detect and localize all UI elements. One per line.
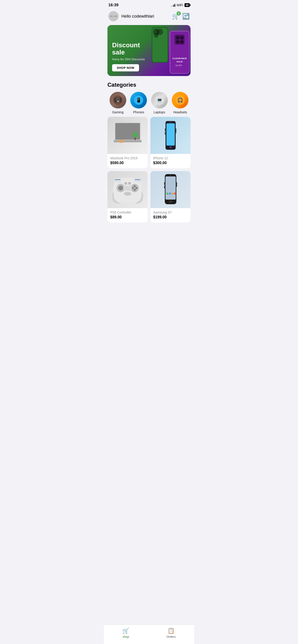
phones-icon-circle: 📱 [130, 92, 147, 108]
shop-icon: 🛒 [122, 628, 129, 634]
svg-point-43 [133, 185, 136, 187]
svg-rect-58 [166, 193, 168, 194]
avatar: 40 x 40 [108, 11, 119, 21]
gaming-icon-circle: 🖥️ [110, 92, 126, 108]
samsung-product-info: Samsung S7 $199.00 [150, 208, 191, 222]
wifi-icon: WiFi [177, 3, 183, 7]
svg-rect-66 [164, 186, 165, 188]
orders-label: Orders [166, 635, 176, 638]
macbook-product-image [107, 117, 148, 154]
phones-image: 📱 [134, 96, 143, 105]
svg-text:💻: 💻 [156, 97, 162, 103]
category-laptops[interactable]: 💻 Laptops [151, 92, 168, 114]
cart-button[interactable]: 🛒 0 [172, 13, 179, 20]
svg-point-46 [133, 189, 136, 191]
laptops-label: Laptops [154, 110, 165, 114]
category-gaming[interactable]: 🖥️ Gaming [110, 92, 126, 114]
svg-rect-59 [169, 193, 171, 194]
header: 40 x 40 Hello codewithlari 🛒 0 ↪️ [104, 9, 194, 25]
headsets-icon-circle: 🎧 [172, 92, 188, 108]
iphone-product-info: iPhone 12 $300.00 [150, 154, 191, 168]
banner-content: Discountsale Hurry for 25% Discounts SHO… [107, 37, 149, 76]
categories-section: Categories 🖥️ Gaming 📱 [104, 76, 194, 117]
svg-point-54 [128, 182, 131, 185]
svg-rect-37 [165, 128, 165, 131]
macbook-product-price: $590.00 [110, 161, 145, 165]
svg-rect-41 [118, 186, 123, 190]
svg-rect-49 [114, 178, 121, 182]
controller-product-name: PS5 Controller [110, 210, 145, 214]
orders-icon: 📋 [168, 628, 175, 634]
category-phones[interactable]: 📱 Phones [130, 92, 147, 114]
controller-product-image [107, 171, 148, 208]
svg-rect-35 [169, 122, 172, 123]
gaming-label: Gaming [112, 110, 123, 114]
header-right: 🛒 0 ↪️ [172, 13, 190, 20]
headsets-label: Headsets [173, 110, 187, 114]
svg-point-12 [180, 40, 184, 44]
status-time: 16:39 [108, 3, 118, 8]
samsung-product-price: $199.00 [153, 215, 188, 219]
svg-rect-36 [176, 128, 176, 133]
svg-text:📱: 📱 [136, 97, 142, 103]
product-macbook-pro[interactable]: Macbook Pro 2019 $590.00 [107, 117, 148, 168]
banner-subtitle: Hurry for 25% Discounts [112, 58, 145, 61]
greeting-text: Hello codewithlari [121, 14, 154, 19]
svg-text:🖥️: 🖥️ [116, 98, 120, 102]
svg-rect-57 [165, 176, 176, 200]
shop-now-button[interactable]: SHOP NOW [112, 64, 139, 72]
iphone-product-name: iPhone 12 [153, 156, 188, 160]
svg-point-44 [132, 187, 134, 189]
svg-text:Up 500: Up 500 [175, 64, 182, 66]
svg-point-48 [124, 192, 131, 196]
svg-point-62 [170, 175, 171, 176]
svg-rect-50 [134, 178, 141, 182]
iphone-product-price: $300.00 [153, 161, 188, 165]
header-left: 40 x 40 Hello codewithlari [108, 11, 154, 21]
signal-icon [171, 4, 175, 7]
shop-label: shop [123, 635, 129, 638]
category-headsets[interactable]: 🎧 Headsets [172, 92, 188, 114]
svg-point-28 [118, 140, 125, 143]
bottom-navigation: 🛒 shop 📋 Orders [104, 624, 194, 644]
nav-shop[interactable]: 🛒 shop [122, 628, 129, 638]
svg-point-10 [180, 36, 184, 40]
samsung-product-image [150, 171, 191, 208]
phones-illustration: CLEARANCE SALE Up 500 [145, 25, 191, 76]
status-bar: 16:39 WiFi 48 [104, 0, 194, 9]
svg-rect-65 [164, 182, 165, 185]
logout-button[interactable]: ↪️ [182, 13, 190, 20]
svg-rect-52 [135, 180, 140, 180]
product-samsung-s7[interactable]: Samsung S7 $199.00 [150, 171, 191, 222]
svg-text:SALE: SALE [177, 60, 183, 63]
svg-point-53 [124, 182, 127, 185]
categories-title: Categories [107, 82, 191, 88]
samsung-svg [161, 173, 180, 206]
svg-rect-51 [115, 180, 120, 180]
status-icons: WiFi 48 [171, 3, 190, 7]
banner-phones: CLEARANCE SALE Up 500 [145, 25, 191, 76]
svg-point-45 [135, 187, 138, 189]
nav-orders[interactable]: 📋 Orders [166, 628, 176, 638]
controller-svg [109, 173, 146, 206]
iphone-product-image [150, 117, 191, 154]
svg-rect-47 [123, 186, 132, 191]
laptop-svg [113, 119, 143, 152]
svg-rect-63 [169, 201, 172, 202]
svg-point-30 [133, 132, 137, 138]
svg-rect-61 [174, 193, 176, 194]
battery-indicator: 48 [184, 3, 190, 7]
product-iphone-12[interactable]: iPhone 12 $300.00 [150, 117, 191, 168]
svg-rect-33 [166, 123, 175, 146]
svg-rect-60 [171, 193, 173, 194]
svg-point-4 [154, 33, 159, 38]
product-ps5-controller[interactable]: PS5 Controller $89.00 [107, 171, 148, 222]
svg-point-9 [176, 36, 180, 40]
svg-rect-38 [165, 132, 165, 135]
svg-text:🎧: 🎧 [177, 97, 183, 103]
controller-product-info: PS5 Controller $89.00 [107, 208, 148, 222]
categories-row: 🖥️ Gaming 📱 Phones 💻 [107, 92, 191, 114]
headsets-image: 🎧 [175, 96, 185, 105]
phones-label: Phones [133, 110, 144, 114]
svg-text:CLEARANCE: CLEARANCE [172, 57, 187, 60]
